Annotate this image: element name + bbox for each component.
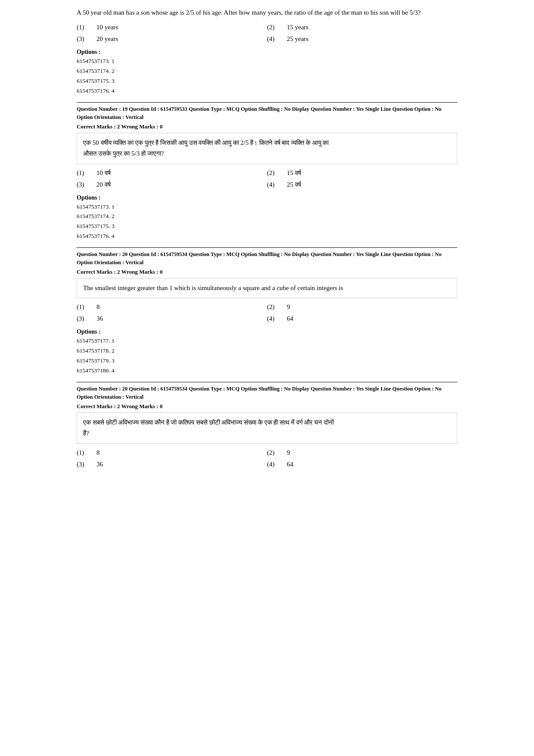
q19-opt1-val: 10 वर्ष bbox=[96, 169, 111, 177]
q18-optid-1: 61547537173. 1 bbox=[77, 56, 457, 66]
q20-eng-option-4: (4) 64 bbox=[267, 315, 457, 322]
q18-option-1: (1) 10 years bbox=[77, 24, 267, 31]
q20-eng-options-label: Options : bbox=[77, 328, 457, 335]
q20-hindi-option-2: (2) 9 bbox=[267, 449, 457, 456]
q20-eng-optid-3: 61547537179. 3 bbox=[77, 356, 457, 366]
q18-options-section: Options : 61547537173. 1 61547537174. 2 … bbox=[77, 49, 457, 96]
q19-optid-1: 61547537173. 1 bbox=[77, 202, 457, 212]
q18-optid-2: 61547537174. 2 bbox=[77, 66, 457, 76]
q20-english-text: The smallest integer greater than 1 whic… bbox=[83, 284, 343, 291]
q20-eng-opt1-num: (1) bbox=[77, 303, 89, 311]
q19-option-3: (3) 20 वर्ष bbox=[77, 181, 267, 188]
q19-option-4: (4) 25 वर्ष bbox=[267, 181, 457, 188]
q20-meta: Question Number : 20 Question Id : 61547… bbox=[77, 247, 457, 267]
q19-option-1: (1) 10 वर्ष bbox=[77, 169, 267, 177]
q18-opt2-num: (2) bbox=[267, 24, 279, 31]
q20-hindi-opt1-val: 8 bbox=[96, 449, 100, 456]
q19-hindi-line2: औसत उसके पुत्र का 5/3 हो जाएगा? bbox=[83, 148, 451, 159]
q20-eng-options-grid: (1) 8 (2) 9 (3) 36 (4) 64 bbox=[77, 303, 457, 322]
q20-eng-opt2-num: (2) bbox=[267, 303, 279, 311]
q20-eng-opt4-num: (4) bbox=[267, 315, 279, 322]
q20-hindi-box: एक सबसे छोटी अविभाज्य संख्या कौन है जो क… bbox=[77, 412, 457, 444]
q18-opt3-num: (3) bbox=[77, 35, 89, 43]
q18-optid-3: 61547537175. 3 bbox=[77, 76, 457, 86]
q18-opt3-val: 20 years bbox=[96, 35, 118, 43]
q20-hindi-opt3-num: (3) bbox=[77, 461, 89, 468]
q19-hindi-line1: एक 50 वर्षीय व्यक्ति का एक पुत्र है जिसक… bbox=[83, 137, 451, 149]
q20-eng-option-1: (1) 8 bbox=[77, 303, 267, 311]
q20-english-box: The smallest integer greater than 1 whic… bbox=[77, 278, 457, 299]
q19-optid-2: 61547537174. 2 bbox=[77, 212, 457, 222]
q19-opt4-val: 25 वर्ष bbox=[287, 181, 301, 188]
q19-options-label: Options : bbox=[77, 194, 457, 201]
q19-meta: Question Number : 19 Question Id : 61547… bbox=[77, 102, 457, 122]
q18-opt1-num: (1) bbox=[77, 24, 89, 31]
q19-optid-4: 61547537176. 4 bbox=[77, 231, 457, 241]
q20-eng-optid-2: 61547537178. 2 bbox=[77, 346, 457, 356]
q18-opt4-num: (4) bbox=[267, 35, 279, 43]
q20-eng-opt4-val: 64 bbox=[287, 315, 293, 322]
q20-eng-opt3-val: 36 bbox=[96, 315, 103, 322]
q20-marks2: Correct Marks : 2 Wrong Marks : 0 bbox=[77, 403, 457, 410]
q20-marks: Correct Marks : 2 Wrong Marks : 0 bbox=[77, 269, 457, 275]
q18-options-grid: (1) 10 years (2) 15 years (3) 20 years (… bbox=[77, 24, 457, 43]
q19-options-section: Options : 61547537173. 1 61547537174. 2 … bbox=[77, 194, 457, 242]
q18-options-label: Options : bbox=[77, 49, 457, 56]
q20-eng-opt1-val: 8 bbox=[96, 303, 100, 311]
q18-option-2: (2) 15 years bbox=[267, 24, 457, 31]
q18-option-3: (3) 20 years bbox=[77, 35, 267, 43]
q19-option-2: (2) 15 वर्ष bbox=[267, 169, 457, 177]
q19-opt3-val: 20 वर्ष bbox=[96, 181, 111, 188]
q19-opt2-num: (2) bbox=[267, 169, 279, 177]
q19-hindi-box: एक 50 वर्षीय व्यक्ति का एक पुत्र है जिसक… bbox=[77, 133, 457, 164]
q19-opt2-val: 15 वर्ष bbox=[287, 169, 301, 177]
q20-hindi-option-4: (4) 64 bbox=[267, 461, 457, 468]
q20-eng-optid-4: 61547537180. 4 bbox=[77, 366, 457, 376]
q19-optid-3: 61547537175. 3 bbox=[77, 222, 457, 231]
q20-eng-option-3: (3) 36 bbox=[77, 315, 267, 322]
q18-english-text: A 50 year old man has a son whose age is… bbox=[77, 8, 457, 18]
q18-opt2-val: 15 years bbox=[287, 24, 308, 31]
q19-marks: Correct Marks : 2 Wrong Marks : 0 bbox=[77, 123, 457, 130]
q20-hindi-opt3-val: 36 bbox=[96, 461, 103, 468]
q18-option-4: (4) 25 years bbox=[267, 35, 457, 43]
q20-hindi-opt2-val: 9 bbox=[287, 449, 290, 456]
q18-opt1-val: 10 years bbox=[96, 24, 118, 31]
q19-opt3-num: (3) bbox=[77, 181, 89, 188]
q19-opt4-num: (4) bbox=[267, 181, 279, 188]
q18-optid-4: 61547537176. 4 bbox=[77, 86, 457, 96]
q20-eng-optid-1: 61547537177. 1 bbox=[77, 336, 457, 346]
q18-english-section: A 50 year old man has a son whose age is… bbox=[77, 8, 457, 96]
q20-hindi-opt4-num: (4) bbox=[267, 461, 279, 468]
q20-hindi-option-3: (3) 36 bbox=[77, 461, 267, 468]
q20-eng-option-2: (2) 9 bbox=[267, 303, 457, 311]
q20-hindi-options-grid: (1) 8 (2) 9 (3) 36 (4) 64 bbox=[77, 449, 457, 468]
q20-eng-opt2-val: 9 bbox=[287, 303, 290, 311]
q20-meta2: Question Number : 20 Question Id : 61547… bbox=[77, 382, 457, 401]
q20-hindi-option-1: (1) 8 bbox=[77, 449, 267, 456]
q20-eng-opt3-num: (3) bbox=[77, 315, 89, 322]
q20-hindi-opt4-val: 64 bbox=[287, 461, 293, 468]
q20-hindi-opt1-num: (1) bbox=[77, 449, 89, 456]
q19-options-grid: (1) 10 वर्ष (2) 15 वर्ष (3) 20 वर्ष (4) … bbox=[77, 169, 457, 188]
q20-hindi-opt2-num: (2) bbox=[267, 449, 279, 456]
q19-opt1-num: (1) bbox=[77, 169, 89, 177]
q20-hindi-line2: हैं? bbox=[83, 428, 451, 439]
q18-opt4-val: 25 years bbox=[287, 35, 308, 43]
q20-hindi-line1: एक सबसे छोटी अविभाज्य संख्या कौन है जो क… bbox=[83, 417, 451, 428]
q20-eng-options-section: Options : 61547537177. 1 61547537178. 2 … bbox=[77, 328, 457, 376]
